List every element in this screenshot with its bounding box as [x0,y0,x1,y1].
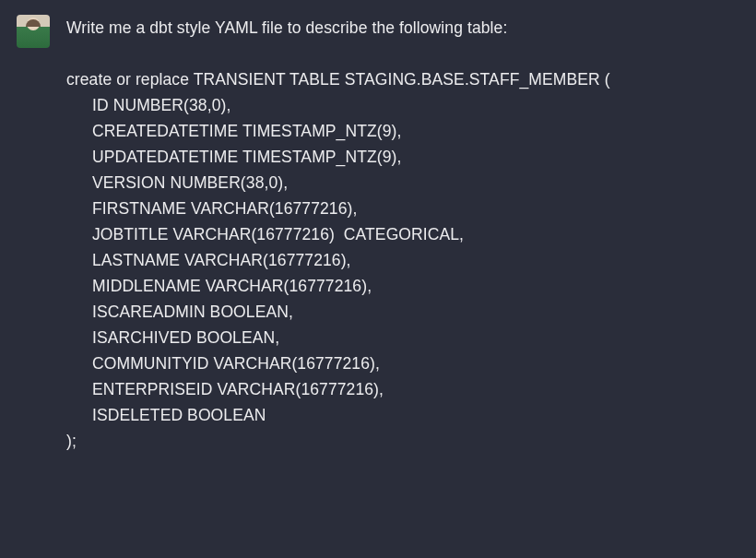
ddl-column: ENTERPRISEID VARCHAR(16777216), [66,376,739,402]
ddl-column: MIDDLENAME VARCHAR(16777216), [66,273,739,299]
ddl-column: LASTNAME VARCHAR(16777216), [66,247,739,273]
ddl-column: CREATEDATETIME TIMESTAMP_NTZ(9), [66,118,739,144]
message-content: Write me a dbt style YAML file to descri… [66,15,739,454]
ddl-column: ISDELETED BOOLEAN [66,402,739,428]
ddl-create-line: create or replace TRANSIENT TABLE STAGIN… [66,66,739,92]
user-avatar [17,15,50,48]
ddl-column: ISARCHIVED BOOLEAN, [66,325,739,350]
ddl-column: VERSION NUMBER(38,0), [66,170,739,196]
ddl-close-line: ); [66,428,739,454]
chat-message: Write me a dbt style YAML file to descri… [0,0,756,469]
ddl-column: COMMUNITYID VARCHAR(16777216), [66,350,739,376]
ddl-column: JOBTITLE VARCHAR(16777216) CATEGORICAL, [66,221,739,247]
ddl-column: UPDATEDATETIME TIMESTAMP_NTZ(9), [66,144,739,170]
code-block: create or replace TRANSIENT TABLE STAGIN… [66,66,739,454]
prompt-text: Write me a dbt style YAML file to descri… [66,15,739,41]
ddl-column: FIRSTNAME VARCHAR(16777216), [66,196,739,221]
ddl-column: ISCAREADMIN BOOLEAN, [66,299,739,325]
ddl-column: ID NUMBER(38,0), [66,92,739,118]
